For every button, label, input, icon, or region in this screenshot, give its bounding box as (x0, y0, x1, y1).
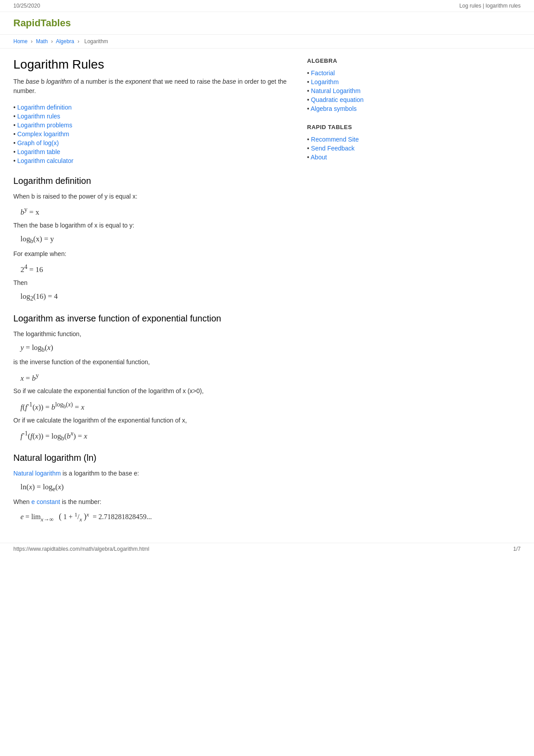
section-definition: Logarithm definition When b is raised to… (13, 176, 289, 303)
sidebar-item-natural-log[interactable]: Natural Logarithm (311, 87, 360, 94)
sidebar-item-logarithm[interactable]: Logarithm (311, 78, 339, 85)
toc-item-rules[interactable]: Logarithm rules (17, 113, 61, 120)
formula-x-by: x = by (20, 372, 289, 383)
sidebar: ALGEBRA Factorial Logarithm Natural Loga… (307, 57, 405, 534)
inverse-text2: is the inverse function of the exponenti… (13, 357, 289, 367)
sidebar-item-about[interactable]: About (311, 154, 327, 161)
header: RapidTables (0, 12, 534, 35)
formula-logb: logb(x) = y (20, 235, 289, 245)
section-natural: Natural logarithm (ln) Natural logarithm… (13, 453, 289, 523)
breadcrumb-math[interactable]: Math (36, 38, 48, 45)
inverse-heading: Logarithm as inverse function of exponen… (13, 313, 289, 324)
formula-ln: ln(x) = loge(x) (20, 483, 289, 493)
definition-text4: Then (13, 278, 289, 288)
formula-y-logbx: y = logb(x) (20, 343, 289, 354)
content: Logarithm Rules The base b logarithm of … (13, 57, 289, 534)
inverse-text1: The logarithmic function, (13, 329, 289, 339)
intro-text: The base b logarithm of a number is the … (13, 77, 289, 96)
formula-log2-16: log2(16) = 4 (20, 292, 289, 302)
formula-2-4: 24 = 16 (20, 263, 289, 274)
toc-item-calculator[interactable]: Logarithm calculator (17, 157, 73, 164)
natural-text2: When e constant is the number: (13, 497, 289, 507)
inverse-text3: So if we calculate the exponential funct… (13, 386, 289, 396)
breadcrumb-algebra[interactable]: Algebra (56, 38, 74, 45)
bottom-page: 1/7 (513, 546, 521, 552)
page-title: Logarithm Rules (13, 57, 289, 72)
sidebar-item-recommend[interactable]: Recommend Site (311, 136, 359, 143)
formula-ff-inv: f(f-1(x)) = blogb(x) = x (20, 401, 289, 412)
definition-text3: For example when: (13, 249, 289, 259)
formula-by-x: by = x (20, 206, 289, 217)
definition-text2: Then the base b logarithm of x is equal … (13, 220, 289, 230)
toc-item-problems[interactable]: Logarithm problems (17, 122, 73, 129)
inverse-text4: Or if we calculate the logarithm of the … (13, 415, 289, 425)
sidebar-rapid-section: RAPID TABLES Recommend Site Send Feedbac… (307, 124, 405, 162)
bottom-url: https://www.rapidtables.com/math/algebra… (13, 546, 149, 552)
top-bar: 10/25/2020 Log rules | logarithm rules (0, 0, 534, 12)
sidebar-item-quadratic[interactable]: Quadratic equation (311, 96, 364, 103)
sidebar-rapid-list: Recommend Site Send Feedback About (307, 135, 405, 162)
definition-heading: Logarithm definition (13, 176, 289, 186)
sidebar-item-factorial[interactable]: Factorial (311, 69, 335, 77)
sidebar-rapid-heading: RAPID TABLES (307, 124, 405, 130)
e-constant-link[interactable]: e constant (31, 498, 60, 505)
formula-e: e = limx→∞ ( 1 + 1/x )x = 2.718281828459… (20, 511, 289, 523)
toc-item-graph[interactable]: Graph of log(x) (17, 139, 59, 146)
sidebar-algebra-section: ALGEBRA Factorial Logarithm Natural Loga… (307, 57, 405, 113)
sidebar-algebra-heading: ALGEBRA (307, 57, 405, 64)
date: 10/25/2020 (13, 3, 40, 9)
toc-item-definition[interactable]: Logarithm definition (17, 104, 72, 111)
natural-heading: Natural logarithm (ln) (13, 453, 289, 463)
breadcrumb: Home › Math › Algebra › Logarithm (0, 35, 534, 49)
natural-text1: Natural logarithm is a logarithm to the … (13, 468, 289, 478)
breadcrumb-home[interactable]: Home (13, 38, 28, 45)
bottom-bar: https://www.rapidtables.com/math/algebra… (0, 543, 534, 555)
definition-text1: When b is raised to the power of y is eq… (13, 191, 289, 201)
toc-item-table[interactable]: Logarithm table (17, 148, 61, 155)
logo[interactable]: RapidTables (13, 17, 71, 28)
natural-log-link[interactable]: Natural logarithm (13, 470, 61, 477)
sidebar-item-algebra-symbols[interactable]: Algebra symbols (311, 105, 357, 112)
page-title-top: Log rules | logarithm rules (459, 3, 521, 9)
formula-finv-f: f-1(f(x)) = logb(bx) = x (20, 430, 289, 442)
breadcrumb-logarithm: Logarithm (84, 38, 108, 45)
toc: Logarithm definition Logarithm rules Log… (13, 103, 289, 165)
toc-item-complex[interactable]: Complex logarithm (17, 130, 69, 138)
sidebar-algebra-list: Factorial Logarithm Natural Logarithm Qu… (307, 69, 405, 113)
sidebar-item-feedback[interactable]: Send Feedback (311, 145, 355, 152)
section-inverse: Logarithm as inverse function of exponen… (13, 313, 289, 442)
